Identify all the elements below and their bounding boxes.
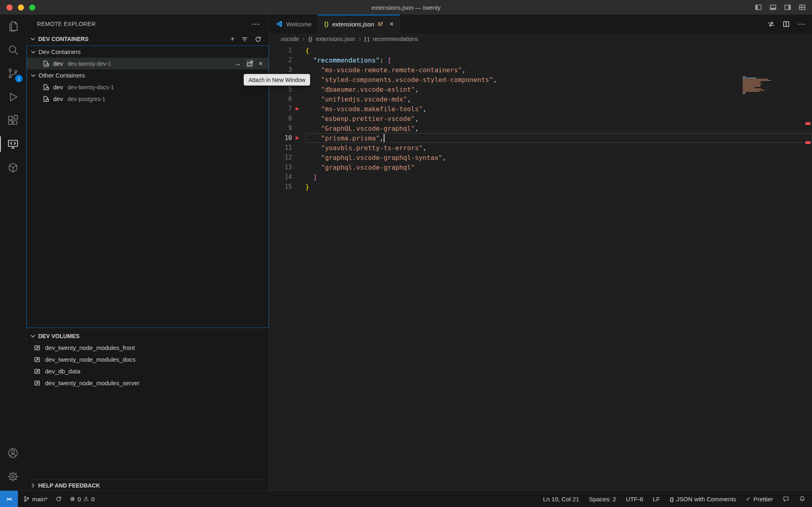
git-branch-status[interactable]: main* bbox=[24, 496, 48, 503]
line-number[interactable]: 10 bbox=[269, 134, 292, 142]
settings-button[interactable] bbox=[0, 465, 26, 488]
code-line[interactable]: 15} bbox=[269, 182, 812, 192]
sidebar-item-extensions[interactable] bbox=[0, 109, 26, 132]
code-line[interactable]: 13 "graphql.vscode-graphql" bbox=[269, 162, 812, 172]
line-number[interactable]: 11 bbox=[269, 144, 292, 151]
problems-status[interactable]: ⊗ 0 ⚠ 0 bbox=[70, 495, 95, 503]
line-number[interactable]: 9 bbox=[269, 125, 292, 132]
line-number[interactable]: 12 bbox=[269, 154, 292, 161]
code-line[interactable]: 12 "graphql.vscode-graphql-syntax", bbox=[269, 153, 812, 162]
line-number[interactable]: 13 bbox=[269, 164, 292, 171]
line-number[interactable]: 15 bbox=[269, 183, 292, 190]
attach-new-window-icon[interactable] bbox=[246, 59, 254, 68]
code-text[interactable]: "unifiedjs.vscode-mdx", bbox=[305, 94, 812, 104]
formatter-status[interactable]: ✓ Prettier bbox=[746, 495, 773, 503]
code-text[interactable]: { bbox=[305, 45, 812, 55]
gutter[interactable] bbox=[292, 45, 305, 55]
toggle-panel-icon[interactable] bbox=[769, 3, 777, 11]
code-text[interactable]: ] bbox=[305, 172, 812, 182]
container-item-dev-twenty-dev[interactable]: dev dev-twenty-dev-1 → × bbox=[27, 58, 268, 69]
code-text[interactable]: "esbenp.prettier-vscode", bbox=[305, 114, 812, 123]
line-number[interactable]: 14 bbox=[269, 173, 292, 181]
more-actions-icon[interactable]: ⋯ bbox=[252, 20, 260, 28]
code-line[interactable]: 7 "ms-vscode.makefile-tools", bbox=[269, 104, 812, 114]
section-help-feedback[interactable]: HELP AND FEEDBACK bbox=[26, 479, 269, 491]
line-number[interactable]: 5 bbox=[269, 86, 292, 93]
code-text[interactable]: } bbox=[305, 182, 812, 192]
code-text[interactable]: "ms-vscode-remote.remote-containers", bbox=[305, 65, 812, 75]
volume-item[interactable]: dev_twenty_node_modules_front bbox=[26, 342, 269, 354]
gutter[interactable] bbox=[292, 182, 305, 192]
gutter[interactable] bbox=[292, 65, 305, 75]
volume-item[interactable]: dev_twenty_node_modules_docs bbox=[26, 354, 269, 365]
minimize-window-button[interactable] bbox=[18, 4, 24, 11]
gutter[interactable] bbox=[292, 104, 305, 114]
tab-extensions-json[interactable]: {} extensions.json M × bbox=[318, 15, 400, 33]
code-line[interactable]: 8 "esbenp.prettier-vscode", bbox=[269, 114, 812, 123]
tree-group-dev-containers[interactable]: Dev Containers bbox=[27, 46, 268, 58]
code-text[interactable]: "GraphQL.vscode-graphql", bbox=[305, 123, 812, 133]
gutter[interactable] bbox=[292, 84, 305, 94]
code-line[interactable]: 6 "unifiedjs.vscode-mdx", bbox=[269, 94, 812, 104]
cursor-position-status[interactable]: Ln 10, Col 21 bbox=[543, 496, 579, 503]
sidebar-item-source-control[interactable]: 1 bbox=[0, 62, 26, 85]
code-text[interactable]: "recommendations": [ bbox=[305, 55, 812, 65]
eol-status[interactable]: LF bbox=[653, 496, 660, 503]
code-text[interactable]: "graphql.vscode-graphql-syntax", bbox=[305, 153, 812, 162]
remove-container-icon[interactable]: × bbox=[259, 60, 263, 67]
sidebar-item-search[interactable] bbox=[0, 38, 26, 62]
close-window-button[interactable] bbox=[6, 4, 13, 11]
remote-indicator[interactable]: >< bbox=[0, 491, 18, 507]
add-container-icon[interactable]: + bbox=[230, 35, 235, 43]
breadcrumb-file[interactable]: extensions.json bbox=[316, 36, 355, 42]
indentation-status[interactable]: Spaces: 2 bbox=[589, 496, 616, 503]
gutter[interactable] bbox=[292, 114, 305, 123]
sync-status[interactable] bbox=[56, 496, 62, 502]
line-number[interactable]: 1 bbox=[269, 47, 292, 54]
code-line[interactable]: 2 "recommendations": [ bbox=[269, 55, 812, 65]
toggle-secondary-sidebar-icon[interactable] bbox=[784, 3, 792, 11]
gutter[interactable] bbox=[292, 94, 305, 104]
volume-item[interactable]: dev_db_data bbox=[26, 365, 269, 377]
code-text[interactable]: "yoavbls.pretty-ts-errors", bbox=[305, 143, 812, 153]
code-line[interactable]: 4 "styled-components.vscode-styled-compo… bbox=[269, 75, 812, 84]
code-line[interactable]: 1{ bbox=[269, 45, 812, 55]
container-item-dev-postgres[interactable]: dev dev-postgres-1 bbox=[27, 93, 268, 105]
encoding-status[interactable]: UTF-8 bbox=[626, 496, 643, 503]
code-line[interactable]: 9 "GraphQL.vscode-graphql", bbox=[269, 123, 812, 133]
container-item-dev-twenty-docs[interactable]: dev dev-twenty-docs-1 bbox=[27, 81, 268, 93]
sidebar-item-containers[interactable] bbox=[0, 156, 26, 179]
line-number[interactable]: 8 bbox=[269, 115, 292, 122]
feedback-button[interactable] bbox=[783, 496, 789, 502]
refresh-icon[interactable] bbox=[255, 36, 261, 43]
minimap[interactable] bbox=[743, 76, 774, 95]
code-text[interactable]: "prisma.prisma", bbox=[305, 133, 812, 143]
sidebar-item-explorer[interactable] bbox=[0, 15, 26, 38]
code-line[interactable]: 11 "yoavbls.pretty-ts-errors", bbox=[269, 143, 812, 153]
line-number[interactable]: 7 bbox=[269, 105, 292, 112]
notifications-button[interactable] bbox=[799, 496, 806, 502]
gutter[interactable] bbox=[292, 143, 305, 153]
tree-group-other-containers[interactable]: Other Containers bbox=[27, 69, 268, 81]
attach-container-icon[interactable]: → bbox=[234, 60, 241, 67]
accounts-button[interactable] bbox=[0, 441, 26, 465]
code-editor[interactable]: 1{2 "recommendations": [3 "ms-vscode-rem… bbox=[269, 45, 812, 491]
section-dev-volumes[interactable]: DEV VOLUMES bbox=[26, 330, 269, 342]
section-dev-containers[interactable]: DEV CONTAINERS + bbox=[26, 33, 269, 45]
line-number[interactable]: 2 bbox=[269, 56, 292, 64]
code-text[interactable]: "styled-components.vscode-styled-compone… bbox=[305, 75, 812, 84]
gutter[interactable] bbox=[292, 133, 305, 143]
volume-item[interactable]: dev_twenty_node_modules_server bbox=[26, 377, 269, 389]
breadcrumb-folder[interactable]: .vscode bbox=[279, 36, 299, 42]
line-number[interactable]: 3 bbox=[269, 66, 292, 73]
language-mode-status[interactable]: {} JSON with Comments bbox=[669, 496, 736, 503]
open-changes-icon[interactable] bbox=[767, 20, 775, 28]
code-text[interactable]: "ms-vscode.makefile-tools", bbox=[305, 104, 812, 114]
gutter[interactable] bbox=[292, 153, 305, 162]
code-line[interactable]: 5 "dbaeumer.vscode-eslint", bbox=[269, 84, 812, 94]
customize-layout-icon[interactable] bbox=[798, 3, 806, 11]
more-actions-icon[interactable]: ⋯ bbox=[797, 20, 806, 28]
gutter[interactable] bbox=[292, 123, 305, 133]
breadcrumb-symbol[interactable]: recommendations bbox=[373, 36, 418, 42]
code-line[interactable]: 14 ] bbox=[269, 172, 812, 182]
